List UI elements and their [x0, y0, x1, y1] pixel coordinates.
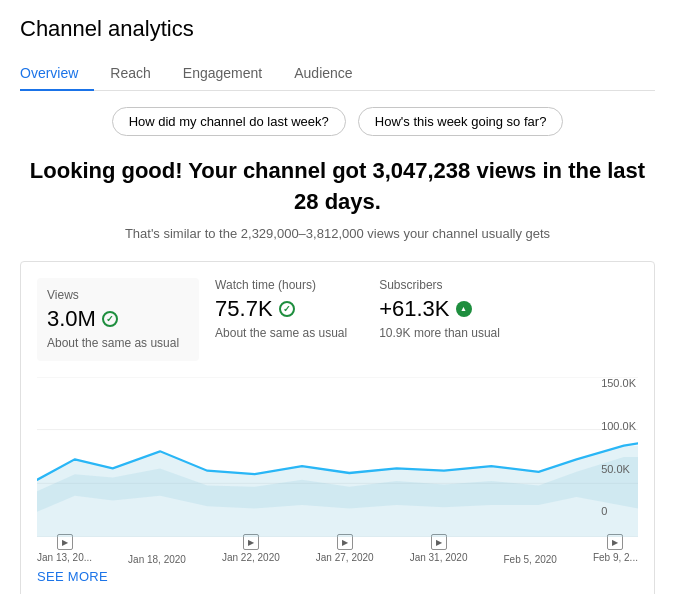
check-icon-2: [279, 301, 295, 317]
y-axis-labels: 150.0K 100.0K 50.0K 0: [601, 377, 638, 517]
metric-watchtime-sub: About the same as usual: [215, 326, 347, 342]
page-title: Channel analytics: [20, 16, 655, 42]
tab-bar: Overview Reach Engagement Audience: [20, 56, 655, 91]
metrics-card: Views 3.0M About the same as usual Watch…: [20, 261, 655, 594]
sub-headline: That's similar to the 2,329,000–3,812,00…: [20, 226, 655, 241]
tab-reach[interactable]: Reach: [110, 57, 166, 91]
main-headline: Looking good! Your channel got 3,047,238…: [20, 156, 655, 218]
quick-btn-this-week[interactable]: How's this week going so far?: [358, 107, 564, 136]
chart-svg: [37, 377, 638, 537]
metric-subscribers-value: +61.3K: [379, 296, 500, 322]
x-label-jan31: ▶ Jan 31, 2020: [410, 534, 468, 565]
check-icon: [102, 311, 118, 327]
quick-questions: How did my channel do last week? How's t…: [20, 107, 655, 136]
y-label-50k: 50.0K: [601, 463, 636, 475]
tab-engagement[interactable]: Engagement: [183, 57, 278, 91]
metric-views-sub: About the same as usual: [47, 336, 179, 352]
y-label-150k: 150.0K: [601, 377, 636, 389]
x-label-jan27: ▶ Jan 27, 2020: [316, 534, 374, 565]
x-label-jan22: ▶ Jan 22, 2020: [222, 534, 280, 565]
metric-subscribers-sub: 10.9K more than usual: [379, 326, 500, 342]
x-label-jan13: ▶ Jan 13, 20...: [37, 534, 92, 565]
metric-views: Views 3.0M About the same as usual: [37, 278, 199, 362]
see-more-link[interactable]: SEE MORE: [37, 569, 108, 584]
arrow-up-icon: [456, 301, 472, 317]
metric-subscribers: Subscribers +61.3K 10.9K more than usual: [379, 278, 532, 362]
metric-watchtime-value: 75.7K: [215, 296, 347, 322]
tab-audience[interactable]: Audience: [294, 57, 368, 91]
tab-overview[interactable]: Overview: [20, 57, 94, 91]
x-label-jan18: Jan 18, 2020: [128, 534, 186, 565]
metric-subscribers-label: Subscribers: [379, 278, 500, 292]
metrics-row: Views 3.0M About the same as usual Watch…: [37, 278, 638, 362]
metric-views-label: Views: [47, 288, 179, 302]
x-label-feb9: ▶ Feb 9, 2...: [593, 534, 638, 565]
metric-watchtime: Watch time (hours) 75.7K About the same …: [215, 278, 379, 362]
quick-btn-last-week[interactable]: How did my channel do last week?: [112, 107, 346, 136]
metric-watchtime-label: Watch time (hours): [215, 278, 347, 292]
x-label-feb5: Feb 5, 2020: [504, 534, 557, 565]
metric-views-value: 3.0M: [47, 306, 179, 332]
y-label-0: 0: [601, 505, 636, 517]
x-axis: ▶ Jan 13, 20... Jan 18, 2020 ▶ Jan 22, 2…: [37, 534, 638, 565]
chart-area: 150.0K 100.0K 50.0K 0 ▶ Jan 13, 20... Ja…: [37, 377, 638, 557]
y-label-100k: 100.0K: [601, 420, 636, 432]
